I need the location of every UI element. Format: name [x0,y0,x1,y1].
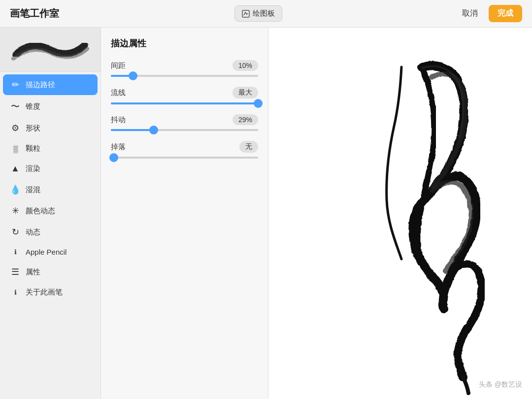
sidebar-item-shape-label: 形状 [26,124,40,133]
sidebar-item-stroke-path-label: 描边路径 [26,80,55,90]
about-icon: ℹ [10,289,21,296]
sidebar-item-dynamics-label: 动态 [26,228,40,237]
sidebar-item-grain[interactable]: ▒ 颗粒 [3,139,98,158]
falloff-slider-thumb[interactable] [109,153,118,162]
falloff-value: 无 [239,141,258,153]
jitter-slider-fill [111,129,154,131]
streamline-label: 流线 [111,88,126,98]
streamline-slider-fill [111,102,258,104]
sidebar-item-color-dynamics-label: 颜色动态 [26,206,55,216]
shape-icon: ⚙ [10,123,21,133]
brush-preview-image [11,35,90,65]
spacing-slider-row: 间距 10% [111,60,258,77]
sidebar-item-render[interactable]: ▲ 渲染 [3,159,98,179]
sidebar-item-wet-mix-label: 湿混 [26,185,40,195]
jitter-label: 抖动 [111,115,126,125]
watermark: 头条 @数艺设 [479,380,522,389]
falloff-slider-track[interactable] [111,157,258,159]
properties-icon: ☰ [10,266,21,277]
drawing-board-icon [242,10,250,18]
sidebar-item-properties-label: 属性 [26,267,40,277]
color-dynamics-icon: ✳ [10,205,21,216]
spacing-slider-header: 间距 10% [111,60,258,71]
drawing-board-label: 绘图板 [253,9,275,18]
sidebar-item-wet-mix[interactable]: 💧 湿混 [3,179,98,200]
sidebar-nav: ✏ 描边路径 〜 锥度 ⚙ 形状 ▒ 颗粒 ▲ 渲染 💧 湿混 [0,72,100,399]
streamline-slider-row: 流线 最大 [111,87,258,104]
sidebar-item-taper-label: 锥度 [26,102,40,111]
done-button[interactable]: 完成 [489,5,522,22]
top-bar-center: 绘图板 [234,5,282,22]
sidebar-item-about-label: 关于此画笔 [26,288,63,297]
app-title: 画笔工作室 [10,7,59,20]
jitter-slider-row: 抖动 29% [111,114,258,131]
falloff-label: 掉落 [111,142,126,152]
drawing-board-button[interactable]: 绘图板 [234,5,282,22]
streamline-slider-track[interactable] [111,102,258,104]
falloff-slider-row: 掉落 无 [111,141,258,159]
wet-mix-icon: 💧 [10,184,21,195]
brush-preview [0,28,100,72]
sidebar-item-grain-label: 颗粒 [26,144,40,153]
center-panel: 描边属性 间距 10% 流线 最大 [101,28,268,399]
stroke-path-icon: ✏ [10,79,21,90]
sidebar-item-about[interactable]: ℹ 关于此画笔 [3,283,98,302]
jitter-value: 29% [233,114,258,125]
spacing-slider-track[interactable] [111,75,258,77]
jitter-slider-header: 抖动 29% [111,114,258,125]
sidebar-item-apple-pencil-label: Apple Pencil [26,248,66,256]
sidebar-item-color-dynamics[interactable]: ✳ 颜色动态 [3,200,98,221]
top-bar-actions: 取消 完成 [457,5,522,22]
sidebar-item-apple-pencil[interactable]: ℹ Apple Pencil [3,243,98,261]
jitter-slider-track[interactable] [111,129,258,131]
taper-icon: 〜 [10,100,21,112]
sidebar: ✏ 描边路径 〜 锥度 ⚙ 形状 ▒ 颗粒 ▲ 渲染 💧 湿混 [0,28,101,399]
canvas-svg [268,28,532,399]
canvas-area[interactable]: 头条 @数艺设 [268,28,532,399]
sidebar-item-properties[interactable]: ☰ 属性 [3,262,98,282]
sidebar-item-shape[interactable]: ⚙ 形状 [3,118,98,138]
top-bar: 画笔工作室 绘图板 取消 完成 [0,0,532,28]
spacing-slider-thumb[interactable] [129,71,137,80]
streamline-slider-thumb[interactable] [254,99,263,108]
main-content: ✏ 描边路径 〜 锥度 ⚙ 形状 ▒ 颗粒 ▲ 渲染 💧 湿混 [0,28,532,399]
apple-pencil-icon: ℹ [10,248,21,256]
streamline-slider-header: 流线 最大 [111,87,258,99]
brush-stroke-preview [11,35,90,65]
sidebar-item-render-label: 渲染 [26,164,40,173]
falloff-slider-header: 掉落 无 [111,141,258,153]
jitter-slider-thumb[interactable] [149,126,158,134]
grain-icon: ▒ [10,145,21,153]
panel-title: 描边属性 [111,37,258,49]
dynamics-icon: ↻ [10,227,21,237]
spacing-value: 10% [233,60,258,71]
streamline-value: 最大 [233,87,258,99]
sidebar-item-taper[interactable]: 〜 锥度 [3,96,98,117]
svg-rect-0 [242,10,249,17]
sidebar-item-dynamics[interactable]: ↻ 动态 [3,222,98,242]
spacing-label: 间距 [111,61,126,70]
sidebar-item-stroke-path[interactable]: ✏ 描边路径 [3,74,98,95]
cancel-button[interactable]: 取消 [457,5,483,22]
render-icon: ▲ [10,164,21,174]
